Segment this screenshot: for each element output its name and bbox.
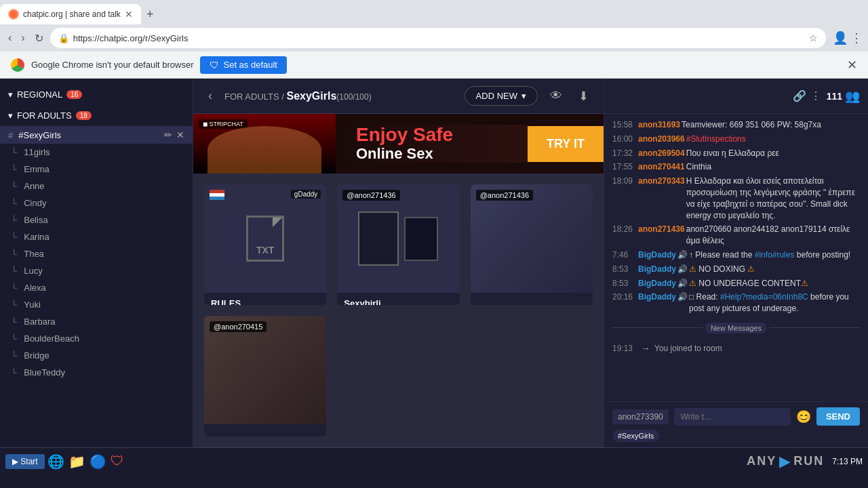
msg-text: ⚠ NO DOXING ⚠: [689, 264, 860, 275]
active-channel-row[interactable]: # #SexyGirls ✏ ✕: [0, 126, 193, 144]
hash-icon: └: [11, 367, 17, 378]
sidebar-item-emma[interactable]: └ Emma: [0, 161, 193, 178]
msg-time: 18:26: [612, 224, 637, 247]
msg-user[interactable]: anon203966: [638, 134, 685, 145]
sidebar-item-thea[interactable]: └ Thea: [0, 245, 193, 262]
media-thumbnail: @anon271436: [471, 184, 593, 293]
try-button[interactable]: TRY IT: [528, 126, 604, 162]
msg-user[interactable]: anon270441: [638, 161, 685, 173]
hash-icon: └: [11, 249, 17, 259]
msg-user[interactable]: anon271436: [638, 224, 685, 247]
media-card-4[interactable]: @anon270415: [204, 316, 326, 436]
channel-tag[interactable]: #SexyGirls: [612, 430, 659, 442]
sidebar-item-11girls[interactable]: └ 11girls: [0, 144, 193, 161]
link-icon-button[interactable]: 🔗: [793, 89, 806, 102]
channel-label: Belisa: [24, 215, 182, 225]
msg-text: ↑ Please read the #info#rules before pos…: [689, 249, 860, 261]
chevron-icon-adults: ▾: [8, 110, 13, 121]
new-messages-divider[interactable]: New Messages: [612, 320, 860, 336]
menu-icon[interactable]: ⋮: [850, 30, 863, 45]
tab-favicon: [8, 9, 19, 20]
antivirus-icon[interactable]: 🛡: [111, 453, 124, 469]
hash-icon: └: [11, 181, 17, 191]
add-new-button[interactable]: ADD NEW ▾: [465, 86, 538, 106]
link-text: #info#rules: [755, 250, 795, 260]
shield-icon: 🛡: [210, 60, 219, 70]
breadcrumb-text: FOR ADULTS /: [224, 92, 287, 102]
more-options-button[interactable]: ⋮: [810, 89, 821, 102]
sidebar-item-karina[interactable]: └ Karina: [0, 228, 193, 245]
foradults-label: FOR ADULTS: [17, 110, 72, 121]
msg-time: 18:09: [612, 176, 637, 221]
star-icon[interactable]: ☆: [809, 33, 818, 43]
user-icon[interactable]: 👤: [833, 30, 848, 45]
channel-label: Anne: [24, 181, 182, 191]
taskbar: ▶ Start 🌐 📁 🔵 🛡 ANY ▶ RUN 7:13 PM: [0, 447, 868, 474]
folder-icon[interactable]: 📁: [68, 453, 85, 470]
set-default-button[interactable]: 🛡 Set as default: [200, 56, 287, 74]
msg-time: 20:16: [612, 291, 637, 314]
send-button[interactable]: SEND: [816, 407, 860, 426]
chat-message: 20:16 BigDaddy 🔊 □ Read: #Help?media=06n…: [612, 291, 860, 314]
chrome-logo: [11, 58, 24, 72]
back-channel-button[interactable]: ‹: [204, 85, 216, 107]
sidebar-regional-header[interactable]: ▾ REGIONAL 16: [0, 84, 193, 105]
hash-icon: └: [11, 215, 17, 225]
chat-user-tag: anon273390: [612, 409, 669, 424]
new-tab-button[interactable]: +: [141, 7, 159, 22]
url-bar[interactable]: 🔒 https://chatpic.org/r/SexyGirls ☆: [50, 28, 826, 48]
sidebar-item-lucy[interactable]: └ Lucy: [0, 262, 193, 279]
chrome-taskbar-icon[interactable]: 🔵: [90, 453, 106, 470]
forward-button[interactable]: ›: [18, 29, 27, 47]
channel-label: Barbara: [24, 317, 182, 327]
link-text2: #Help?media=06nInh8C: [720, 292, 808, 302]
chat-input-field[interactable]: [674, 408, 791, 426]
sidebar-item-bridge[interactable]: └ Bridge: [0, 347, 193, 364]
msg-user[interactable]: anon31693: [638, 119, 680, 131]
close-channel-icon[interactable]: ✕: [176, 129, 184, 140]
msg-user[interactable]: anon270343: [638, 176, 685, 221]
uploader-badge: @anon270415: [210, 321, 267, 332]
sidebar-item-yuki[interactable]: └ Yuki: [0, 296, 193, 313]
emoji-button[interactable]: 😊: [796, 409, 811, 424]
sidebar-item-cindy[interactable]: └ Cindy: [0, 195, 193, 211]
media-card-rules[interactable]: TXT gDaddy RULES 3 months ago: [204, 184, 326, 305]
browser-tab[interactable]: chatpic.org | share and talk ✕: [0, 4, 141, 24]
speaker-icon: 🔊: [677, 291, 688, 314]
refresh-button[interactable]: ↻: [32, 29, 46, 47]
msg-user[interactable]: BigDaddy: [638, 249, 676, 261]
sidebar-item-barbara[interactable]: └ Barbara: [0, 313, 193, 330]
flag-icon: [210, 190, 224, 200]
edit-icon[interactable]: ✏: [164, 129, 172, 140]
msg-user[interactable]: BigDaddy: [638, 278, 676, 289]
back-button[interactable]: ‹: [5, 29, 14, 47]
main-header: ‹ FOR ADULTS / SexyGirls(100/100) ADD NE…: [193, 79, 604, 114]
sidebar-item-alexa[interactable]: └ Alexa: [0, 279, 193, 296]
msg-user[interactable]: BigDaddy: [638, 291, 676, 314]
start-button[interactable]: ▶ Start: [5, 454, 45, 469]
media-card-sexybirli[interactable]: @anon271436 Sexybirli 20 minutes ago: [337, 184, 459, 305]
uploader-badge: gDaddy: [291, 190, 321, 199]
sidebar-item-boulderbeach[interactable]: └ BoulderBeach: [0, 330, 193, 347]
breadcrumb: FOR ADULTS / SexyGirls(100/100): [224, 90, 372, 102]
sidebar-item-belisa[interactable]: └ Belisa: [0, 211, 193, 228]
ad-banner[interactable]: ◼ STRIPCHAT Enjoy Safe Online Sex TRY IT: [193, 114, 604, 174]
sidebar-item-anne[interactable]: └ Anne: [0, 178, 193, 195]
new-messages-label[interactable]: New Messages: [705, 323, 767, 333]
ie-icon[interactable]: 🌐: [47, 453, 64, 470]
sidebar-foradults-header[interactable]: ▾ FOR ADULTS 18: [0, 105, 193, 126]
sidebar-item-blueteddy[interactable]: └ BlueTeddy: [0, 364, 193, 381]
notification-close-button[interactable]: ✕: [847, 58, 857, 73]
msg-user[interactable]: BigDaddy: [638, 264, 676, 275]
anyrun-badge: ANY ▶ RUN: [747, 453, 824, 470]
msg-user[interactable]: anon269504: [638, 148, 685, 159]
msg-time: 17:32: [612, 148, 637, 159]
tab-close-button[interactable]: ✕: [125, 9, 133, 20]
hash-icon: └: [11, 317, 17, 327]
view-toggle-button[interactable]: 👁: [546, 85, 566, 107]
chat-header: 🔗 ⋮ 111 👥: [604, 79, 868, 114]
download-button[interactable]: ⬇: [574, 85, 593, 108]
media-card-3[interactable]: @anon271436: [471, 184, 593, 305]
channel-name: SexyGirls: [287, 90, 337, 102]
ad-subtitle: Online Sex: [356, 145, 507, 163]
